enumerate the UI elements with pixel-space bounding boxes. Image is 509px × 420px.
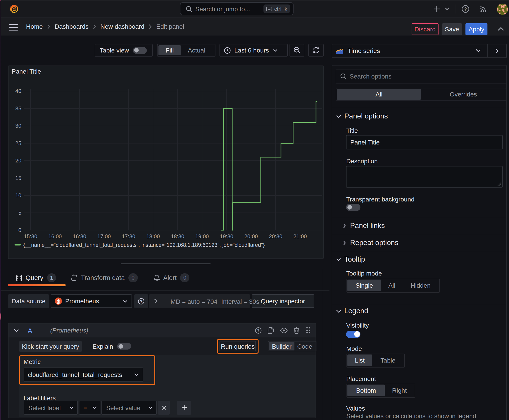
svg-text:20:00: 20:00	[244, 233, 258, 239]
svg-text:?: ?	[140, 299, 143, 304]
svg-text:16:00: 16:00	[48, 233, 62, 239]
svg-text:18:00: 18:00	[146, 233, 160, 239]
svg-text:21:00: 21:00	[293, 233, 307, 239]
svg-text:30: 30	[15, 123, 21, 129]
svg-text:?: ?	[257, 328, 259, 333]
svg-text:17:00: 17:00	[97, 233, 111, 239]
svg-text:40: 40	[15, 88, 21, 94]
svg-text:20:30: 20:30	[269, 233, 282, 239]
svg-text:19:00: 19:00	[195, 233, 209, 239]
svg-text:25: 25	[15, 140, 21, 146]
svg-text:10: 10	[15, 192, 21, 198]
svg-text:35: 35	[15, 105, 21, 112]
svg-text:0: 0	[18, 227, 21, 233]
svg-text:5: 5	[18, 210, 21, 216]
svg-text:?: ?	[464, 6, 467, 11]
svg-text:{__name__="cloudflared_tunnel_: {__name__="cloudflared_tunnel_total_requ…	[23, 242, 265, 248]
svg-text:17:30: 17:30	[122, 233, 135, 239]
svg-text:20: 20	[15, 158, 21, 164]
svg-text:19:30: 19:30	[220, 233, 233, 239]
svg-text:16:30: 16:30	[73, 233, 86, 239]
svg-text:15:30: 15:30	[24, 233, 37, 239]
svg-text:15: 15	[15, 175, 21, 181]
svg-text:18:30: 18:30	[171, 233, 184, 239]
